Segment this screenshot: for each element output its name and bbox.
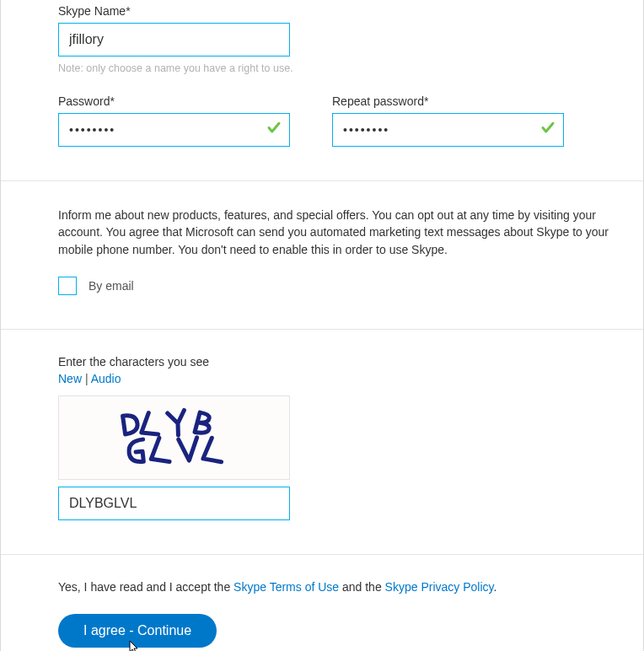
repeat-password-input[interactable] (332, 113, 564, 147)
skype-name-hint: Note: only choose a name you have a righ… (58, 62, 616, 74)
check-icon (540, 121, 555, 140)
captcha-audio-link[interactable]: Audio (91, 372, 121, 385)
captcha-image (58, 395, 290, 480)
terms-of-use-link[interactable]: Skype Terms of Use (233, 580, 339, 594)
captcha-input[interactable] (58, 487, 290, 520)
skype-name-label: Skype Name* (58, 4, 616, 18)
terms-section: Yes, I have read and I accept the Skype … (1, 554, 643, 651)
marketing-text: Inform me about new products, features, … (58, 207, 616, 258)
repeat-password-label: Repeat password* (332, 94, 564, 108)
password-input[interactable] (58, 113, 290, 147)
captcha-section: Enter the characters you see New | Audio (1, 329, 643, 554)
password-label: Password* (58, 94, 290, 108)
link-separator: | (85, 372, 91, 385)
email-checkbox[interactable] (58, 277, 77, 295)
check-icon (266, 121, 282, 140)
captcha-new-link[interactable]: New (58, 372, 82, 385)
skype-name-input[interactable] (58, 23, 290, 56)
agree-continue-button[interactable]: I agree - Continue (58, 614, 217, 648)
captcha-prompt: Enter the characters you see (58, 355, 616, 369)
email-checkbox-label: By email (89, 279, 134, 293)
credentials-section: Skype Name* Note: only choose a name you… (1, 0, 643, 180)
privacy-policy-link[interactable]: Skype Privacy Policy (385, 580, 494, 594)
marketing-section: Inform me about new products, features, … (1, 180, 643, 329)
terms-text: Yes, I have read and I accept the Skype … (58, 580, 616, 594)
